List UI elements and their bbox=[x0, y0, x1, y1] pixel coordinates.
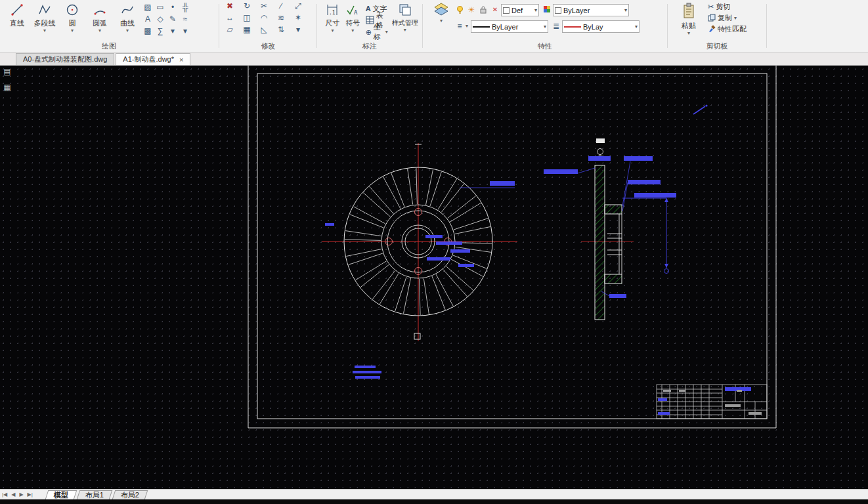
ribbon-separator bbox=[667, 4, 668, 48]
chevron-down-icon: ▾ bbox=[71, 28, 74, 33]
bulb-icon[interactable] bbox=[454, 4, 466, 16]
paste-button[interactable]: 粘贴 ▾ bbox=[675, 1, 703, 36]
prev-tab-icon[interactable]: ◀ bbox=[9, 492, 17, 497]
status-bar bbox=[0, 499, 868, 504]
mirror-icon[interactable]: ◫ bbox=[241, 12, 253, 24]
panel-annotate: .1 尺寸 ▾ A 符号 ▾ A 文字 bbox=[318, 0, 422, 52]
break-icon[interactable]: ∕ bbox=[275, 0, 287, 12]
linetype-sample-icon bbox=[473, 26, 490, 28]
hatch-icon[interactable]: ▨ bbox=[142, 1, 154, 13]
tab-layout2[interactable]: 布局2 bbox=[112, 490, 148, 499]
svg-text:A: A bbox=[354, 9, 358, 16]
polygon-icon[interactable]: ◇ bbox=[154, 13, 166, 25]
color-palette-icon[interactable] bbox=[541, 4, 553, 16]
copy-button[interactable]: 复制 ▾ bbox=[706, 12, 748, 24]
modify-tools: ✖ ↔ ▱ ↻ ◫ ▦ ✂ ◠ ◺ ∕ ≋ ⇅ ⤢ ✶ ▾ bbox=[220, 0, 309, 38]
arc-button[interactable]: 圆弧 ▾ bbox=[87, 1, 113, 33]
panel-label-draw: 绘图 bbox=[0, 41, 218, 51]
chevron-down-icon: ▾ bbox=[404, 28, 406, 33]
linetype-dropdown[interactable]: ByLayer ▾ bbox=[471, 20, 548, 33]
erase-icon[interactable]: ✖ bbox=[224, 0, 236, 12]
rotate-icon[interactable]: ↻ bbox=[241, 0, 253, 12]
frame-icon[interactable]: ▦ bbox=[1, 81, 13, 93]
chevron-down-icon: ▾ bbox=[544, 24, 546, 30]
stretch-icon[interactable]: ⇅ bbox=[275, 24, 287, 35]
formula-icon[interactable]: ∑ bbox=[154, 25, 166, 37]
panel-label-properties: 特性 bbox=[423, 41, 666, 51]
spline-button[interactable]: 曲线 ▾ bbox=[114, 1, 141, 33]
lock-icon[interactable] bbox=[477, 4, 489, 16]
copy-icon bbox=[708, 14, 716, 23]
match-properties-button[interactable]: 特性匹配 bbox=[706, 24, 748, 35]
line-button[interactable]: 直线 bbox=[4, 1, 30, 28]
lineweight-icon[interactable]: ≣ bbox=[550, 20, 562, 32]
next-tab-icon[interactable]: ▶ bbox=[17, 492, 25, 497]
circle-button[interactable]: 圆 ▾ bbox=[59, 1, 85, 33]
arc-label: 圆弧 bbox=[93, 18, 107, 28]
circle-icon bbox=[65, 1, 79, 18]
offset-icon[interactable]: ≋ bbox=[275, 12, 287, 24]
chevron-down-icon[interactable]: ▾ bbox=[167, 25, 179, 37]
sketch-icon[interactable]: ✎ bbox=[167, 13, 179, 25]
chevron-down-icon[interactable]: ▾ bbox=[292, 24, 304, 35]
first-tab-icon[interactable]: |◀ bbox=[0, 492, 9, 497]
tab-model[interactable]: 模型 bbox=[45, 490, 77, 499]
fillet-icon[interactable]: ◠ bbox=[258, 12, 270, 24]
ribbon-separator bbox=[316, 4, 317, 48]
explode-icon[interactable]: ✶ bbox=[292, 12, 304, 24]
wave-icon[interactable]: ≈ bbox=[179, 13, 191, 25]
sheet-icon[interactable]: ▤ bbox=[1, 66, 13, 77]
layer-off-icon[interactable]: ✕ bbox=[489, 4, 501, 16]
cut-button[interactable]: ✂ 剪切 bbox=[706, 1, 748, 12]
last-tab-icon[interactable]: ▶| bbox=[26, 492, 35, 497]
point-icon[interactable]: • bbox=[167, 1, 179, 13]
ribbon-separator bbox=[219, 4, 219, 48]
layer-properties-button[interactable]: ▾ bbox=[429, 1, 454, 34]
text-icon[interactable]: A bbox=[142, 13, 154, 25]
move-icon[interactable]: ↔ bbox=[224, 12, 236, 24]
linetype-menu-icon[interactable]: ≡ bbox=[454, 20, 466, 32]
chevron-down-icon[interactable]: ▾ bbox=[179, 25, 191, 37]
coordinate-button[interactable]: ⊕ 坐标 ▾ bbox=[364, 26, 390, 38]
section-view bbox=[581, 138, 634, 320]
panel-clipboard: 粘贴 ▾ ✂ 剪切 复制 ▾ bbox=[668, 0, 766, 52]
chevron-down-icon: ▾ bbox=[43, 28, 46, 33]
document-tab-bar: A0-盘式制动器装配图.dwg A1-制动盘.dwg* × bbox=[0, 52, 868, 66]
style-manager-button[interactable]: 样式管理 ▾ bbox=[391, 1, 419, 33]
polyline-button[interactable]: 多段线 ▾ bbox=[32, 1, 58, 33]
chevron-down-icon: ▾ bbox=[624, 7, 627, 13]
tab-layout1[interactable]: 布局1 bbox=[77, 490, 113, 499]
panel-modify: ✖ ↔ ▱ ↻ ◫ ▦ ✂ ◠ ◺ ∕ ≋ ⇅ ⤢ ✶ ▾ 修改 bbox=[220, 0, 316, 52]
chamfer-icon[interactable]: ◺ bbox=[258, 24, 270, 35]
doc-tab-brake-disc[interactable]: A1-制动盘.dwg* × bbox=[116, 53, 190, 65]
lineweight-value: ByLay bbox=[581, 23, 635, 31]
symbol-button[interactable]: A 符号 ▾ bbox=[343, 1, 362, 33]
axis-icon[interactable]: ╬ bbox=[179, 1, 191, 13]
color-swatch-icon bbox=[555, 7, 561, 14]
trim-icon[interactable]: ✂ bbox=[258, 0, 270, 12]
panel-label-modify: 修改 bbox=[220, 41, 316, 51]
sun-icon[interactable]: ☀ bbox=[466, 4, 477, 16]
chevron-down-icon: ▾ bbox=[98, 28, 101, 33]
lineweight-dropdown[interactable]: ByLay ▾ bbox=[562, 20, 640, 33]
style-manager-label: 样式管理 bbox=[392, 18, 418, 28]
dimension-button[interactable]: .1 尺寸 ▾ bbox=[323, 1, 342, 33]
ribbon-separator bbox=[766, 4, 767, 48]
layer-filter-dropdown[interactable]: Def ▾ bbox=[501, 4, 539, 16]
drawing-frame bbox=[248, 66, 776, 428]
chevron-down-icon: ▾ bbox=[687, 31, 690, 36]
drawing-area[interactable]: ▤ ▦ bbox=[0, 66, 868, 489]
match-properties-label: 特性匹配 bbox=[718, 24, 747, 34]
copy-object-icon[interactable]: ▱ bbox=[224, 24, 236, 35]
close-tab-button[interactable]: × bbox=[179, 56, 183, 64]
tab-model-label: 模型 bbox=[54, 491, 68, 499]
array-icon[interactable]: ▦ bbox=[241, 24, 253, 35]
color-dropdown[interactable]: ByLayer ▾ bbox=[553, 4, 629, 16]
rectangle-icon[interactable]: ▭ bbox=[154, 1, 166, 13]
scale-icon[interactable]: ⤢ bbox=[292, 0, 304, 12]
chevron-down-icon: ▾ bbox=[466, 24, 468, 29]
doc-tab-assembly[interactable]: A0-盘式制动器装配图.dwg bbox=[16, 53, 114, 65]
linetype-value: ByLayer bbox=[490, 23, 544, 31]
fill-icon[interactable]: ▩ bbox=[142, 25, 154, 37]
copy-label: 复制 bbox=[718, 13, 732, 23]
